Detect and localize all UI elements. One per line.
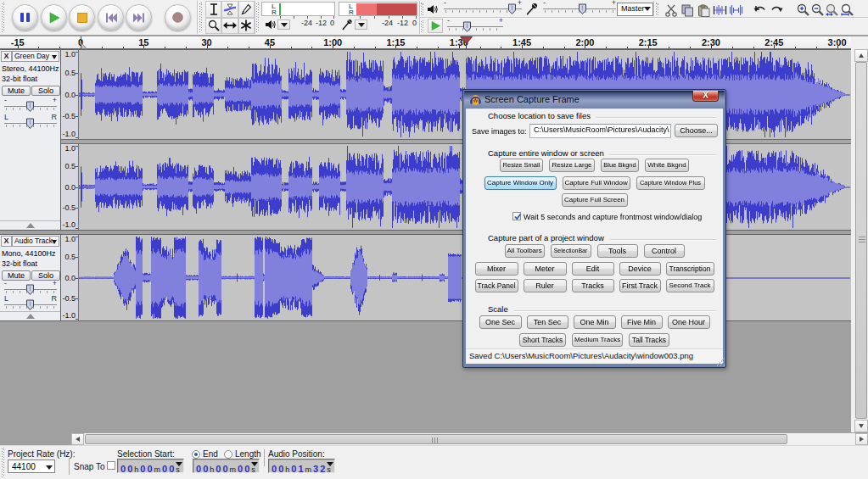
device-combo[interactable]: Master [617, 3, 653, 16]
envelope-tool-button[interactable] [221, 1, 238, 18]
all-toolbars-button[interactable]: All Toolbars [505, 244, 545, 258]
horizontal-scrollbar-thumb[interactable] [85, 434, 787, 444]
white-bkgnd-button[interactable]: White Bkgnd [645, 159, 689, 172]
pan-slider[interactable]: LR [4, 298, 57, 310]
input-volume-slider[interactable]: -+ [543, 2, 616, 15]
record-button[interactable] [165, 4, 191, 31]
one-sec-button[interactable]: One Sec [479, 315, 522, 329]
five-min-button[interactable]: Five Min [621, 315, 663, 329]
audio-position-field[interactable]: 00h01m32s [268, 459, 335, 473]
ten-sec-button[interactable]: Ten Sec [527, 315, 568, 329]
tools-button[interactable]: Tools [597, 244, 638, 258]
playhead-triangle-icon[interactable] [460, 36, 473, 44]
vertical-scrollbar-thumb[interactable] [855, 62, 867, 419]
vertical-scale-ruler[interactable]: 1.00.50.0-0.5-1.0 [61, 50, 79, 139]
solo-button[interactable]: Solo [31, 86, 60, 96]
recording-meter-dropdown[interactable] [355, 19, 367, 30]
slider-thumb[interactable] [508, 3, 516, 14]
scroll-right-button[interactable] [855, 433, 868, 445]
track-close-button[interactable]: X [1, 236, 12, 247]
mixer-toolbar-grabber[interactable] [421, 3, 424, 16]
resize-small-button[interactable]: Resize Small [500, 159, 543, 172]
medium-tracks-button[interactable]: Medium Tracks [572, 333, 623, 347]
choose-button[interactable]: Choose... [675, 124, 718, 137]
redo-button[interactable] [767, 3, 786, 18]
track-title-menu[interactable]: Audio Track [12, 236, 59, 247]
selection-end-field[interactable]: 00h00m00s [193, 459, 260, 473]
multi-tool-button[interactable] [238, 18, 255, 35]
skip-to-start-button[interactable] [98, 4, 124, 31]
capture-full-window-button[interactable]: Capture Full Window [563, 176, 630, 190]
ruler-button[interactable]: Ruler [524, 279, 567, 292]
playback-meter-dropdown[interactable] [277, 19, 290, 30]
edit-button[interactable]: Edit [572, 262, 614, 276]
zoom-tool-button[interactable] [205, 18, 221, 35]
mute-button[interactable]: Mute [2, 86, 31, 96]
fit-project-button[interactable] [838, 3, 857, 18]
dialog-titlebar[interactable]: Screen Capture Frame X [464, 91, 725, 109]
play-at-speed-button[interactable] [428, 19, 443, 33]
snap-to-checkbox[interactable] [107, 461, 115, 470]
one-min-button[interactable]: One Min [574, 315, 616, 329]
track-panel-button[interactable]: Track Panel [475, 279, 518, 292]
end-radio[interactable] [192, 450, 200, 459]
slider-thumb[interactable] [463, 21, 471, 32]
tall-tracks-button[interactable]: Tall Tracks [629, 333, 669, 347]
selection-start-field[interactable]: 00h00m00s [117, 459, 184, 473]
selection-tool-button[interactable] [205, 1, 221, 18]
output-volume-slider[interactable]: -+ [444, 2, 522, 15]
capture-window-plus-button[interactable]: Capture Window Plus [636, 176, 705, 190]
draw-tool-button[interactable] [238, 1, 255, 18]
timeline-ruler[interactable]: -1501530451:001:151:301:452:002:152:302:… [0, 36, 851, 49]
gain-slider[interactable]: -+ [4, 99, 57, 113]
wait-checkbox[interactable] [512, 212, 521, 220]
capture-full-screen-button[interactable]: Capture Full Screen [562, 193, 628, 207]
blue-bkgnd-button[interactable]: Blue Bkgnd [601, 159, 639, 172]
device-button[interactable]: Device [619, 262, 661, 276]
gain-slider[interactable]: -+ [4, 282, 57, 295]
save-path-field[interactable]: C:\Users\MusicRoom\Pictures\Audacity\ [529, 124, 671, 138]
selection-toolbar-grabber[interactable] [2, 448, 5, 477]
recording-meter[interactable]: L R [339, 2, 417, 16]
resize-grip[interactable] [716, 358, 725, 366]
short-tracks-button[interactable]: Short Tracks [519, 333, 566, 347]
scroll-left-button[interactable] [71, 433, 84, 445]
meter-button[interactable]: Meter [524, 262, 567, 276]
slider-thumb[interactable] [26, 284, 34, 295]
length-radio[interactable] [224, 450, 232, 459]
capture-window-only-button[interactable]: Capture Window Only [484, 176, 557, 190]
scroll-down-button[interactable] [854, 420, 868, 432]
dialog-close-button[interactable]: X [692, 91, 719, 102]
silence-button[interactable] [726, 3, 745, 18]
pan-slider[interactable]: LR [4, 116, 57, 130]
second-track-button[interactable]: Second Track [666, 279, 714, 292]
stop-button[interactable] [69, 4, 95, 31]
resize-large-button[interactable]: Resize Large [549, 159, 595, 172]
transport-toolbar-grabber[interactable] [2, 3, 5, 32]
edit-toolbar-grabber[interactable] [656, 3, 659, 16]
transcription-toolbar-grabber[interactable] [421, 20, 424, 32]
track-close-button[interactable]: X [1, 51, 12, 62]
play-button[interactable] [41, 4, 67, 31]
playback-speed-slider[interactable]: -+ [447, 19, 503, 33]
meter-toolbar-grabber[interactable] [256, 3, 260, 32]
slider-thumb[interactable] [26, 101, 34, 112]
vertical-scrollbar[interactable] [854, 49, 868, 432]
track-collapse-button[interactable] [0, 220, 60, 230]
control-button[interactable]: Control [644, 244, 685, 258]
vertical-scale-ruler[interactable]: 1.00.50.0-0.5-1.0 [61, 144, 79, 230]
one-hour-button[interactable]: One Hour [668, 315, 710, 329]
first-track-button[interactable]: First Track [619, 279, 661, 292]
pause-button[interactable] [12, 4, 38, 31]
scroll-up-button[interactable] [854, 49, 868, 62]
tracks-button[interactable]: Tracks [572, 279, 614, 292]
selectionbar-button[interactable]: SelectionBar [551, 244, 591, 258]
slider-thumb[interactable] [579, 3, 586, 14]
track-title-menu[interactable]: Green Day [12, 51, 59, 62]
project-rate-combo[interactable]: 44100 [8, 460, 55, 473]
skip-to-end-button[interactable] [126, 4, 152, 31]
timeshift-tool-button[interactable] [221, 18, 238, 35]
horizontal-scrollbar[interactable] [71, 433, 868, 445]
transcription-button[interactable]: Transcription [666, 262, 714, 276]
vertical-scale-ruler[interactable]: 1.00.50.0-0.5-1.0 [61, 235, 79, 320]
